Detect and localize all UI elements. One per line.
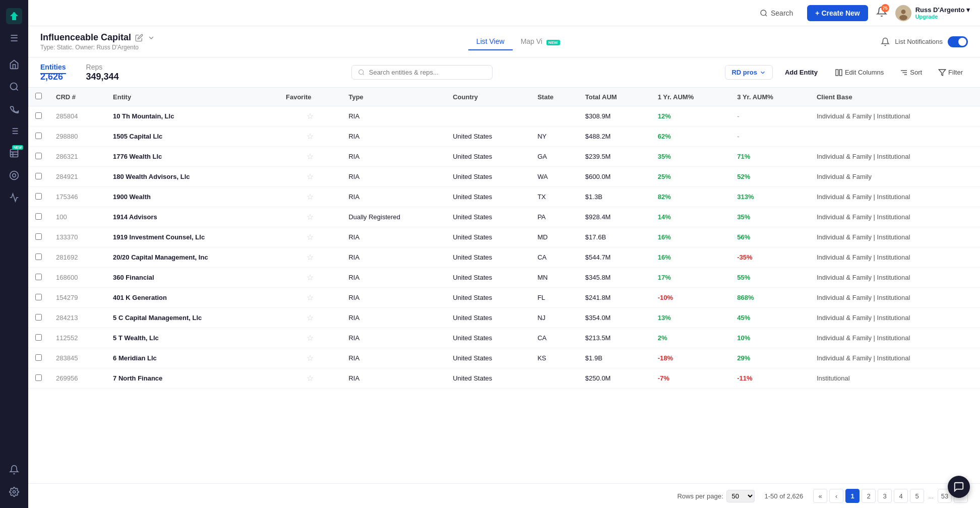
row-checkbox[interactable]: [35, 153, 42, 159]
star-icon[interactable]: ☆: [307, 354, 314, 362]
row-checkbox[interactable]: [35, 173, 42, 179]
row-checkbox-cell[interactable]: [28, 207, 49, 227]
col-entity[interactable]: Entity: [106, 88, 279, 106]
row-checkbox[interactable]: [35, 233, 42, 240]
row-checkbox-cell[interactable]: [28, 126, 49, 147]
cell-favorite[interactable]: ☆: [279, 368, 341, 389]
edit-columns-button[interactable]: Edit Columns: [830, 66, 889, 80]
row-checkbox[interactable]: [35, 334, 42, 341]
cell-favorite[interactable]: ☆: [279, 247, 341, 268]
page-1-button[interactable]: 1: [845, 489, 860, 503]
cell-entity[interactable]: 1505 Capital Llc: [106, 126, 279, 147]
star-icon[interactable]: ☆: [307, 273, 314, 282]
cell-entity[interactable]: 180 Wealth Advisors, Llc: [106, 167, 279, 187]
page-5-button[interactable]: 5: [910, 489, 924, 503]
search-button[interactable]: Search: [754, 6, 799, 20]
col-state[interactable]: State: [530, 88, 578, 106]
star-icon[interactable]: ☆: [307, 334, 314, 342]
row-checkbox[interactable]: [35, 253, 42, 260]
sidebar-item-new-feature[interactable]: NEW: [4, 143, 24, 163]
cell-favorite[interactable]: ☆: [279, 207, 341, 227]
row-checkbox-cell[interactable]: [28, 368, 49, 389]
user-menu[interactable]: Russ D'Argento ▾ Upgrade: [895, 5, 970, 21]
sidebar-item-lists[interactable]: [4, 121, 24, 141]
cell-entity[interactable]: 10 Th Mountain, Llc: [106, 106, 279, 126]
create-new-button[interactable]: + Create New: [807, 5, 868, 21]
page-3-button[interactable]: 3: [878, 489, 892, 503]
row-checkbox[interactable]: [35, 213, 42, 220]
tab-reps[interactable]: Reps 349,344: [86, 62, 119, 82]
star-icon[interactable]: ☆: [307, 112, 314, 120]
sidebar-item-chart[interactable]: [4, 187, 24, 208]
star-icon[interactable]: ☆: [307, 313, 314, 322]
row-checkbox-cell[interactable]: [28, 187, 49, 207]
col-favorite[interactable]: Favorite: [279, 88, 341, 106]
tab-map-view[interactable]: Map Vi NEW: [513, 33, 568, 50]
star-icon[interactable]: ☆: [307, 152, 314, 161]
row-checkbox-cell[interactable]: [28, 106, 49, 126]
cell-favorite[interactable]: ☆: [279, 126, 341, 147]
rows-per-page-select[interactable]: 50 25 100: [726, 490, 755, 502]
star-icon[interactable]: ☆: [307, 253, 314, 262]
cell-favorite[interactable]: ☆: [279, 106, 341, 126]
cell-entity[interactable]: 1914 Advisors: [106, 207, 279, 227]
row-checkbox[interactable]: [35, 374, 42, 381]
row-checkbox[interactable]: [35, 314, 42, 321]
row-checkbox-cell[interactable]: [28, 227, 49, 247]
row-checkbox-cell[interactable]: [28, 348, 49, 368]
star-icon[interactable]: ☆: [307, 193, 314, 201]
sidebar-item-analytics[interactable]: [4, 165, 24, 185]
star-icon[interactable]: ☆: [307, 132, 314, 141]
row-checkbox-cell[interactable]: [28, 147, 49, 167]
cell-entity[interactable]: 401 K Generation: [106, 288, 279, 308]
page-4-button[interactable]: 4: [894, 489, 908, 503]
row-checkbox[interactable]: [35, 193, 42, 200]
col-total-aum[interactable]: Total AUM: [578, 88, 651, 106]
cell-entity[interactable]: 5 T Wealth, Llc: [106, 328, 279, 348]
sort-button[interactable]: Sort: [895, 66, 927, 80]
sidebar-item-search[interactable]: [4, 77, 24, 97]
sidebar-item-feed[interactable]: [4, 99, 24, 119]
sidebar-item-bell[interactable]: [4, 460, 24, 480]
row-checkbox-cell[interactable]: [28, 328, 49, 348]
cell-favorite[interactable]: ☆: [279, 227, 341, 247]
notification-button[interactable]: 75: [876, 6, 887, 20]
row-checkbox[interactable]: [35, 112, 42, 119]
chat-widget[interactable]: [948, 476, 970, 498]
cell-favorite[interactable]: ☆: [279, 147, 341, 167]
sidebar-logo[interactable]: X: [4, 6, 24, 26]
row-checkbox-cell[interactable]: [28, 167, 49, 187]
cell-favorite[interactable]: ☆: [279, 348, 341, 368]
row-checkbox-cell[interactable]: [28, 268, 49, 288]
star-icon[interactable]: ☆: [307, 293, 314, 302]
filter-button[interactable]: Filter: [933, 66, 968, 80]
cell-favorite[interactable]: ☆: [279, 308, 341, 328]
row-checkbox-cell[interactable]: [28, 308, 49, 328]
search-box[interactable]: [351, 65, 493, 80]
select-all-header[interactable]: [28, 88, 49, 106]
row-checkbox[interactable]: [35, 294, 42, 300]
row-checkbox-cell[interactable]: [28, 247, 49, 268]
cell-favorite[interactable]: ☆: [279, 187, 341, 207]
col-crd[interactable]: CRD #: [49, 88, 106, 106]
sidebar-item-home[interactable]: [4, 54, 24, 75]
cell-entity[interactable]: 5 C Capital Management, Llc: [106, 308, 279, 328]
cell-favorite[interactable]: ☆: [279, 268, 341, 288]
col-type[interactable]: Type: [341, 88, 446, 106]
cell-entity[interactable]: 1919 Investment Counsel, Llc: [106, 227, 279, 247]
row-checkbox-cell[interactable]: [28, 288, 49, 308]
chevron-down-icon[interactable]: [147, 34, 155, 42]
cell-entity[interactable]: 7 North Finance: [106, 368, 279, 389]
cell-entity[interactable]: 1900 Wealth: [106, 187, 279, 207]
star-icon[interactable]: ☆: [307, 172, 314, 181]
search-input[interactable]: [369, 69, 486, 76]
sidebar-item-settings[interactable]: [4, 482, 24, 502]
edit-icon[interactable]: [135, 34, 143, 42]
tab-list-view[interactable]: List View: [468, 33, 513, 50]
first-page-button[interactable]: «: [813, 489, 827, 503]
cell-favorite[interactable]: ☆: [279, 328, 341, 348]
cell-entity[interactable]: 6 Meridian Llc: [106, 348, 279, 368]
add-entity-button[interactable]: Add Entity: [779, 66, 824, 79]
col-aum1yr[interactable]: 1 Yr. AUM%: [651, 88, 730, 106]
list-notifications-toggle[interactable]: [948, 36, 968, 47]
